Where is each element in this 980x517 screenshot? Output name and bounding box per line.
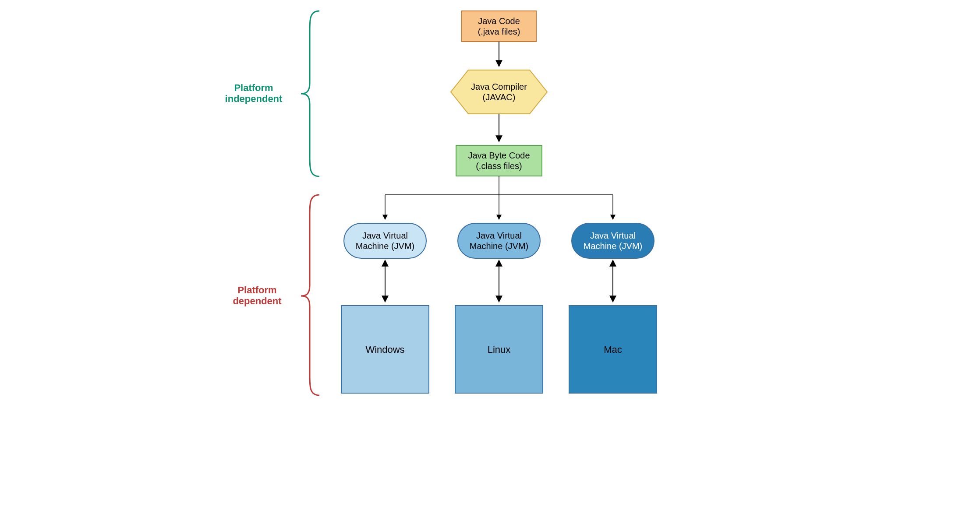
platform-independent-label-2: independent (225, 93, 282, 104)
java-code-label-1: Java Code (478, 16, 520, 26)
platform-dependent-brace: Platform dependent (233, 195, 319, 395)
jvm-linux-node: Java Virtual Machine (JVM) (458, 223, 540, 258)
platform-dependent-label-2: dependent (233, 295, 282, 306)
svg-rect-9 (458, 223, 540, 258)
bytecode-label-2: (.class files) (476, 161, 522, 171)
java-code-label-2: (.java files) (478, 27, 520, 36)
os2-label: Linux (487, 344, 510, 355)
jvm-windows-node: Java Virtual Machine (JVM) (344, 223, 426, 258)
javac-label-2: (JAVAC) (482, 92, 515, 102)
os3-label: Mac (604, 344, 622, 355)
platform-dependent-label-1: Platform (237, 285, 276, 295)
jvm-mac-node: Java Virtual Machine (JVM) (572, 223, 654, 258)
bytecode-fork (385, 176, 613, 219)
jvm1-label-2: Machine (JVM) (355, 241, 414, 251)
java-code-node: Java Code (.java files) (462, 11, 536, 42)
linux-os-node: Linux (455, 306, 543, 393)
svg-rect-2 (456, 145, 542, 176)
platform-independent-label-1: Platform (234, 82, 273, 93)
jvm2-label-2: Machine (JVM) (469, 241, 528, 251)
svg-rect-8 (344, 223, 426, 258)
jvm3-label-2: Machine (JVM) (583, 241, 642, 251)
javac-label-1: Java Compiler (471, 82, 527, 91)
svg-rect-0 (462, 11, 536, 42)
svg-rect-10 (572, 223, 654, 258)
java-platform-diagram: Java Code (.java files) Java Compiler (J… (162, 0, 819, 473)
platform-independent-brace: Platform independent (225, 11, 319, 176)
os1-label: Windows (365, 344, 404, 355)
jvm2-label-1: Java Virtual (476, 231, 521, 240)
bytecode-node: Java Byte Code (.class files) (456, 145, 542, 176)
mac-os-node: Mac (569, 306, 657, 393)
jvm1-label-1: Java Virtual (362, 231, 407, 240)
bytecode-label-1: Java Byte Code (468, 151, 530, 160)
svg-marker-1 (451, 70, 547, 114)
jvm3-label-1: Java Virtual (590, 231, 635, 240)
windows-os-node: Windows (341, 306, 429, 393)
java-compiler-node: Java Compiler (JAVAC) (451, 70, 547, 114)
